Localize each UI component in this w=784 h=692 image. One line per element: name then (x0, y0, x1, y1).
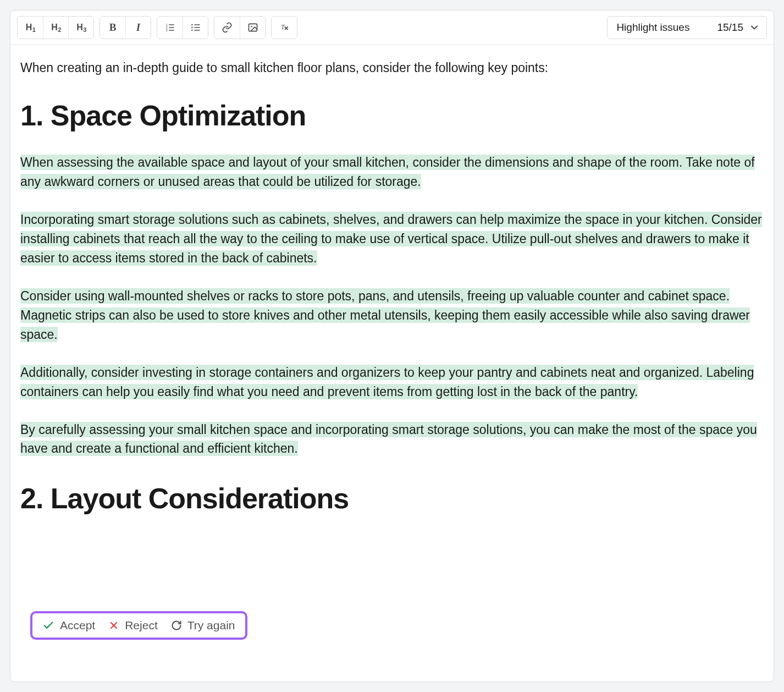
image-icon (247, 22, 258, 33)
clear-format-button[interactable]: T (272, 17, 297, 39)
link-icon (222, 22, 233, 33)
list-group: 123 (157, 16, 208, 39)
svg-point-9 (191, 24, 193, 26)
highlighted-text: Consider using wall-mounted shelves or r… (20, 288, 750, 342)
clear-format-icon: T (279, 22, 290, 33)
svg-point-11 (191, 30, 193, 31)
section-2-heading: 2. Layout Considerations (20, 477, 764, 520)
format-group: B I (100, 16, 151, 39)
paragraph: Consider using wall-mounted shelves or r… (20, 287, 764, 344)
h3-button[interactable]: H3 (68, 17, 93, 39)
svg-point-13 (251, 26, 252, 28)
unordered-list-icon (190, 22, 201, 33)
image-button[interactable] (240, 17, 265, 39)
editor-container: H1 H2 H3 B I 123 (10, 10, 774, 682)
h2-button[interactable]: H2 (43, 17, 68, 39)
ordered-list-button[interactable]: 123 (157, 17, 183, 39)
highlighted-text: Incorporating smart storage solutions su… (20, 212, 762, 266)
insert-group (214, 16, 266, 39)
bold-button[interactable]: B (100, 17, 125, 39)
highlight-label: Highlight issues (616, 21, 689, 34)
x-icon (108, 620, 119, 631)
highlight-count: 15/15 (717, 21, 743, 34)
h1-button[interactable]: H1 (18, 17, 43, 39)
paragraph: By carefully assessing your small kitche… (20, 420, 764, 459)
paragraph: Incorporating smart storage solutions su… (20, 210, 764, 268)
accept-button[interactable]: Accept (42, 619, 95, 632)
reject-label: Reject (125, 619, 158, 632)
try-again-label: Try again (187, 619, 235, 632)
paragraph: Additionally, consider investing in stor… (20, 363, 764, 402)
svg-text:3: 3 (166, 29, 168, 32)
highlight-issues-dropdown[interactable]: Highlight issues 15/15 (607, 16, 767, 39)
refresh-icon (171, 620, 182, 631)
unordered-list-button[interactable] (183, 17, 208, 39)
toolbar: H1 H2 H3 B I 123 (10, 10, 774, 45)
link-button[interactable] (214, 17, 240, 39)
highlighted-text: When assessing the available space and l… (20, 155, 755, 189)
suggestion-action-bar: Accept Reject Try again (30, 611, 247, 640)
highlighted-text: Additionally, consider investing in stor… (20, 365, 754, 399)
italic-button[interactable]: I (125, 17, 151, 39)
try-again-button[interactable]: Try again (171, 619, 235, 632)
editor-content[interactable]: When creating an in-depth guide to small… (10, 45, 774, 549)
accept-label: Accept (60, 619, 95, 632)
reject-button[interactable]: Reject (108, 619, 158, 632)
svg-point-10 (191, 27, 193, 29)
check-icon (42, 619, 54, 631)
section-1-heading: 1. Space Optimization (20, 94, 764, 138)
highlighted-text: By carefully assessing your small kitche… (20, 422, 757, 457)
ordered-list-icon: 123 (164, 22, 175, 33)
intro-paragraph: When creating an in-depth guide to small… (20, 58, 764, 78)
clear-group: T (271, 16, 297, 39)
paragraph: When assessing the available space and l… (20, 153, 764, 191)
heading-group: H1 H2 H3 (17, 16, 94, 39)
chevron-down-icon (749, 22, 760, 33)
